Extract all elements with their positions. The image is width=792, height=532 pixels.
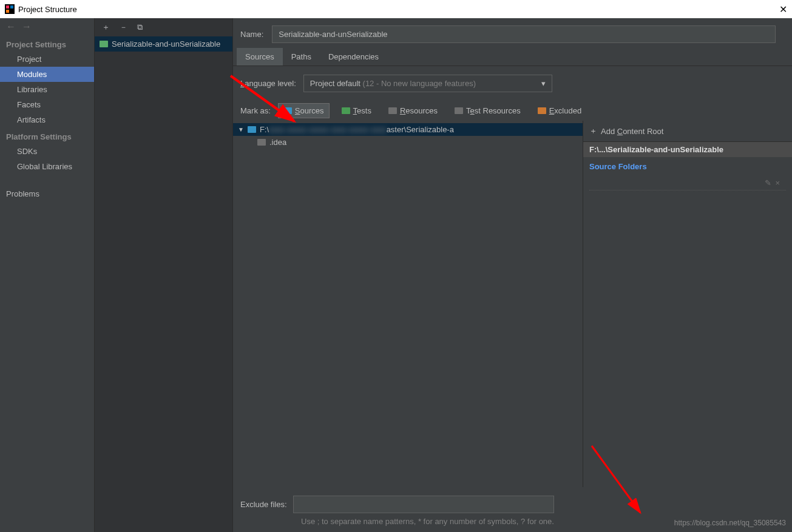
remove-module-icon[interactable]: － bbox=[120, 22, 127, 33]
mark-as-label: Mark as: bbox=[240, 106, 271, 115]
excluded-folder-icon bbox=[538, 107, 546, 114]
module-icon bbox=[100, 41, 108, 47]
mark-tests-button[interactable]: Tests bbox=[337, 104, 376, 118]
tests-folder-icon bbox=[342, 107, 350, 114]
sources-folder-icon bbox=[283, 107, 292, 114]
folder-icon bbox=[257, 139, 266, 146]
titlebar: Project Structure ✕ bbox=[0, 0, 792, 18]
plus-icon: ＋ bbox=[589, 126, 597, 136]
sidebar-item-project[interactable]: Project bbox=[0, 52, 94, 67]
sidebar-item-libraries[interactable]: Libraries bbox=[0, 82, 94, 97]
source-folders-header: Source Folders bbox=[583, 157, 792, 176]
resources-folder-icon bbox=[388, 107, 397, 114]
test-resources-folder-icon bbox=[455, 107, 463, 114]
add-content-root-button[interactable]: ＋ Add Content Root bbox=[583, 121, 792, 142]
sidebar-item-problems[interactable]: Problems bbox=[0, 186, 94, 201]
tree-root-row[interactable]: ▼ F:\xxxx xxxxx xxxxx xxxx xxxxx xxxxast… bbox=[233, 123, 583, 136]
section-project-settings: Project Settings bbox=[0, 35, 94, 52]
svg-rect-3 bbox=[6, 10, 9, 13]
module-list-item[interactable]: Serializable-and-unSerializable bbox=[95, 36, 232, 52]
watermark: https://blog.csdn.net/qq_35085543 bbox=[674, 519, 786, 527]
sidebar-item-facets[interactable]: Facets bbox=[0, 97, 94, 112]
main-panel: Name: Sources Paths Dependencies Languag… bbox=[233, 18, 792, 532]
content-root-panel: ＋ Add Content Root F:\...\Serializable-a… bbox=[583, 121, 792, 487]
edit-icon[interactable]: ✎ bbox=[765, 178, 771, 187]
tab-paths[interactable]: Paths bbox=[283, 48, 320, 66]
copy-module-icon[interactable]: ⧉ bbox=[137, 22, 143, 32]
language-level-label: Language level: bbox=[240, 79, 296, 88]
remove-icon[interactable]: × bbox=[775, 178, 780, 187]
language-level-select[interactable]: Project default (12 - No new language fe… bbox=[303, 75, 552, 92]
folder-icon bbox=[248, 126, 256, 133]
exclude-files-label: Exclude files: bbox=[240, 500, 287, 509]
exclude-files-input[interactable] bbox=[293, 496, 554, 513]
tree-root-path: F:\xxxx xxxxx xxxxx xxxx xxxxx xxxxaster… bbox=[260, 125, 454, 134]
sidebar-item-artifacts[interactable]: Artifacts bbox=[0, 112, 94, 127]
nav-back-icon[interactable]: ← bbox=[6, 21, 16, 32]
mark-resources-button[interactable]: Resources bbox=[384, 104, 442, 118]
source-tree: ▼ F:\xxxx xxxxx xxxxx xxxx xxxxx xxxxast… bbox=[233, 121, 583, 487]
tree-expand-icon[interactable]: ▼ bbox=[238, 126, 244, 133]
sidebar: ← → Project Settings Project Modules Lib… bbox=[0, 18, 95, 532]
svg-rect-2 bbox=[10, 5, 13, 8]
svg-rect-1 bbox=[6, 5, 9, 8]
mark-excluded-button[interactable]: Excluded bbox=[533, 104, 586, 118]
mark-test-resources-button[interactable]: Test Resources bbox=[450, 104, 526, 118]
sidebar-item-sdks[interactable]: SDKs bbox=[0, 144, 94, 159]
sidebar-item-modules[interactable]: Modules bbox=[0, 67, 94, 82]
module-list: ＋ － ⧉ Serializable-and-unSerializable bbox=[95, 18, 233, 532]
exclude-hint: Use ; to separate name patterns, * for a… bbox=[301, 517, 562, 526]
module-name: Serializable-and-unSerializable bbox=[112, 39, 220, 49]
tab-sources[interactable]: Sources bbox=[237, 48, 283, 66]
app-logo-icon bbox=[5, 4, 15, 14]
add-module-icon[interactable]: ＋ bbox=[102, 22, 110, 33]
content-root-path[interactable]: F:\...\Serializable-and-unSerializable bbox=[583, 142, 792, 157]
section-platform-settings: Platform Settings bbox=[0, 127, 94, 144]
tree-child-name: .idea bbox=[269, 138, 286, 147]
tab-dependencies[interactable]: Dependencies bbox=[320, 48, 387, 66]
close-icon[interactable]: ✕ bbox=[779, 4, 787, 15]
name-label: Name: bbox=[240, 30, 263, 39]
window-title: Project Structure bbox=[18, 5, 77, 14]
module-name-input[interactable] bbox=[272, 25, 776, 43]
tree-child-row[interactable]: .idea bbox=[233, 136, 583, 149]
sidebar-item-global-libraries[interactable]: Global Libraries bbox=[0, 159, 94, 174]
mark-sources-button[interactable]: Sources bbox=[278, 103, 330, 118]
chevron-down-icon: ▾ bbox=[541, 79, 546, 88]
nav-forward-icon[interactable]: → bbox=[22, 21, 32, 32]
